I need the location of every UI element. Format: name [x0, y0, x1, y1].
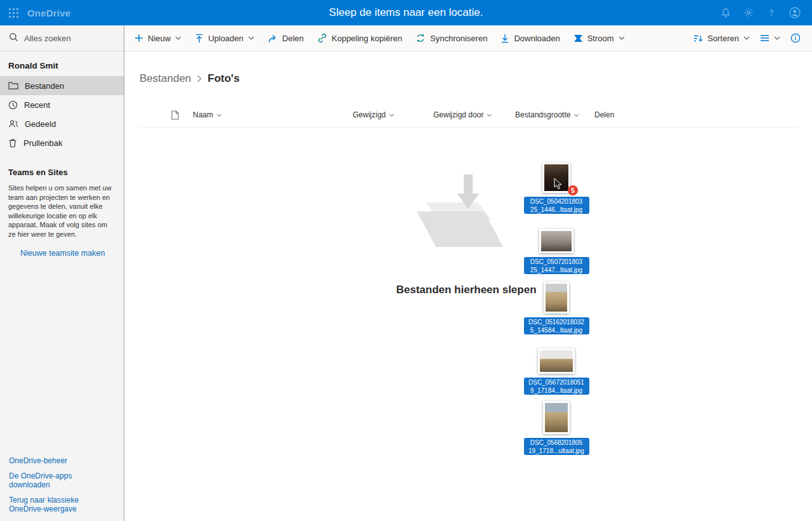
- dragged-file-name[interactable]: DSC_05162018032 5_14584...ltaat.jpg: [524, 317, 589, 334]
- chevron-down-icon: [487, 114, 492, 117]
- people-icon: [8, 119, 18, 128]
- photo-thumbnail[interactable]: [543, 401, 570, 434]
- sidebar-item-label: Prullenbak: [23, 138, 62, 148]
- flow-button[interactable]: Stroom: [573, 34, 625, 43]
- account-avatar-icon[interactable]: [789, 7, 801, 18]
- sidebar-footer-links: OneDrive-beheer De OneDrive-apps downloa…: [9, 457, 98, 514]
- sidebar-item-gedeeld[interactable]: Gedeeld: [0, 114, 124, 133]
- drag-status-message: Sleep de items naar een locatie.: [0, 6, 812, 19]
- column-header-gewijzigd[interactable]: Gewijzigd: [353, 110, 395, 119]
- copy-link-button-label: Koppeling kopiëren: [332, 34, 402, 43]
- photo-thumbnail[interactable]: [539, 229, 573, 253]
- topbar: OneDrive Sleep de items naar een locatie…: [0, 0, 812, 25]
- get-onedrive-apps-link[interactable]: De OneDrive-apps downloaden: [9, 472, 98, 489]
- dragged-file[interactable]: DSC_05162018032 5_14584...ltaat.jpg: [523, 281, 589, 341]
- search-box[interactable]: [0, 25, 124, 51]
- chevron-down-icon: [619, 36, 625, 40]
- settings-gear-icon[interactable]: [743, 8, 754, 18]
- photo-thumbnail[interactable]: [538, 348, 575, 374]
- sidebar-item-recent[interactable]: Recent: [0, 95, 124, 114]
- flow-button-label: Stroom: [587, 34, 614, 43]
- sidebar-item-label: Bestanden: [25, 81, 64, 91]
- sync-button[interactable]: Synchroniseren: [416, 33, 487, 43]
- new-teamsite-link[interactable]: Nieuwe teamsite maken: [0, 239, 124, 258]
- main-area: Nieuw Uploaden Delen Koppelin: [124, 25, 812, 521]
- sidebar-item-prullenbak[interactable]: Prullenbak: [0, 133, 124, 152]
- drag-count-badge: 5: [568, 185, 578, 195]
- mouse-cursor-icon: [554, 178, 562, 190]
- help-icon[interactable]: [766, 8, 776, 18]
- column-header-bestandsgrootte[interactable]: Bestandsgrootte: [515, 110, 579, 119]
- search-input[interactable]: [24, 34, 113, 43]
- chevron-right-icon: [197, 75, 202, 82]
- dragged-file-name[interactable]: DSC_0507201803 25_1447...ltaat.jpg: [524, 257, 589, 274]
- classic-onedrive-link[interactable]: Terug naar klassieke OneDrive-weergave: [9, 496, 98, 513]
- info-pane-button[interactable]: [790, 33, 801, 43]
- column-header-delen[interactable]: Delen: [594, 110, 614, 119]
- command-bar: Nieuw Uploaden Delen Koppelin: [124, 25, 812, 51]
- file-type-column-icon[interactable]: [171, 110, 179, 120]
- share-icon: [268, 34, 278, 43]
- plus-icon: [134, 34, 143, 43]
- new-button[interactable]: Nieuw: [134, 34, 181, 43]
- column-header-gewijzigd-door[interactable]: Gewijzigd door: [433, 110, 492, 119]
- upload-button[interactable]: Uploaden: [195, 34, 254, 43]
- view-options-button[interactable]: [760, 34, 780, 42]
- teams-sites-heading: Teams en Sites: [0, 152, 124, 183]
- sidebar-nav: Bestanden Recent Gedeeld Prullenbak: [0, 76, 124, 152]
- sidebar-item-bestanden[interactable]: Bestanden: [0, 76, 124, 95]
- sidebar-item-label: Recent: [24, 100, 50, 110]
- chevron-down-icon: [573, 114, 579, 117]
- dragged-file-name[interactable]: DSC_0568201805 19_1718...ultaat.jpg: [524, 438, 589, 455]
- dragged-file[interactable]: DSC_05672018051 9_17184...ltaat.jpg: [523, 341, 589, 402]
- drop-target-folder-graphic[interactable]: [407, 166, 508, 254]
- dragged-file-name[interactable]: DSC_0504201803 25_1446...ltaat.jpg: [524, 197, 589, 214]
- chevron-down-icon: [216, 114, 222, 117]
- download-icon: [501, 34, 509, 43]
- sidebar-user-name: Ronald Smit: [0, 51, 124, 76]
- sort-icon: [693, 34, 703, 43]
- onedrive-admin-link[interactable]: OneDrive-beheer: [9, 457, 98, 466]
- share-button[interactable]: Delen: [268, 34, 304, 43]
- chevron-down-icon: [248, 36, 254, 40]
- dragged-file[interactable]: DSC_0507201803 25_1447...ltaat.jpg: [523, 221, 589, 281]
- clock-icon: [8, 100, 18, 110]
- header-divider: [140, 127, 798, 128]
- sidebar: Ronald Smit Bestanden Recent Gedeeld: [0, 25, 124, 521]
- sort-button[interactable]: Sorteren: [693, 34, 750, 43]
- flow-icon: [573, 34, 583, 43]
- sync-icon: [416, 33, 426, 43]
- sort-button-label: Sorteren: [707, 34, 739, 43]
- link-icon: [317, 33, 327, 43]
- app-launcher-waffle-icon[interactable]: [9, 8, 18, 18]
- chevron-down-icon: [774, 36, 780, 40]
- dragged-file[interactable]: 5 DSC_0504201803 25_1446...ltaat.jpg: [523, 161, 589, 221]
- copy-link-button[interactable]: Koppeling kopiëren: [317, 33, 402, 43]
- dragged-file[interactable]: DSC_0568201805 19_1718...ultaat.jpg: [523, 402, 589, 462]
- folder-icon: [8, 81, 18, 90]
- new-button-label: Nieuw: [148, 34, 171, 43]
- breadcrumb: Bestanden Foto's: [140, 72, 240, 85]
- column-header-naam[interactable]: Naam: [193, 110, 222, 119]
- search-icon: [9, 32, 18, 44]
- file-list-header: Naam Gewijzigd Gewijzigd door Bestandsgr…: [124, 110, 812, 124]
- info-icon: [790, 33, 801, 43]
- share-button-label: Delen: [282, 34, 304, 43]
- breadcrumb-bestanden[interactable]: Bestanden: [140, 72, 191, 85]
- download-button[interactable]: Downloaden: [501, 34, 560, 43]
- notifications-bell-icon[interactable]: [721, 8, 731, 18]
- trash-icon: [8, 138, 17, 148]
- app-title[interactable]: OneDrive: [27, 8, 70, 18]
- upload-icon: [195, 34, 204, 43]
- breadcrumb-fotos[interactable]: Foto's: [207, 72, 239, 85]
- chevron-down-icon: [175, 36, 181, 40]
- chevron-down-icon: [743, 36, 750, 40]
- view-options-icon: [760, 34, 769, 42]
- chevron-down-icon: [389, 114, 395, 117]
- photo-thumbnail[interactable]: [544, 282, 569, 313]
- dragged-file-name[interactable]: DSC_05672018051 9_17184...ltaat.jpg: [524, 378, 589, 395]
- file-browser-content: Bestanden Foto's Naam Gewijzigd Gewijzig…: [124, 51, 812, 521]
- drop-here-text: Bestanden hierheen slepen: [396, 284, 536, 296]
- sidebar-item-label: Gedeeld: [25, 119, 56, 129]
- download-button-label: Downloaden: [514, 34, 560, 43]
